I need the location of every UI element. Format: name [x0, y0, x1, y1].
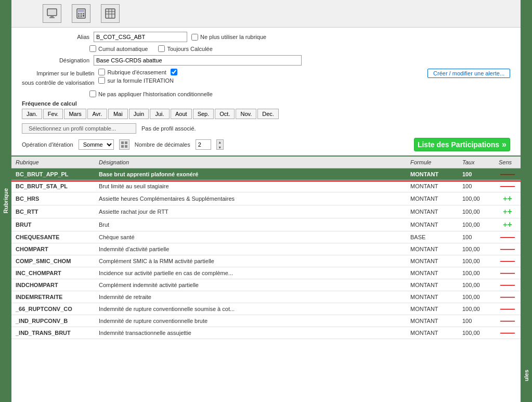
cell-4-0: BRUT	[11, 220, 95, 229]
ne-plus-utiliser-checkbox[interactable]	[191, 34, 198, 41]
monitor-icon-btn[interactable]	[43, 4, 61, 23]
cell-8-0: INC_CHOMPART	[11, 268, 95, 278]
table-row[interactable]: _IND_TRANS_BRUTIndemnité transactionnell…	[11, 327, 521, 339]
profil-row: Sélectionnez un profil comptable... Pas …	[22, 123, 510, 134]
cell-13-4: —	[495, 327, 521, 339]
cell-6-2: MONTANT	[406, 244, 458, 254]
operation-icon-btn[interactable]	[119, 139, 129, 150]
table-row[interactable]: BRUTBrutMONTANT100,00+	[11, 218, 521, 231]
cumul-auto-label[interactable]: Cumul automatique	[89, 45, 148, 52]
decimales-input[interactable]	[196, 139, 211, 150]
cumul-auto-checkbox[interactable]	[89, 45, 96, 52]
cell-9-1: Complément indemnité activité partielle	[95, 280, 406, 290]
cell-12-2: MONTANT	[406, 316, 458, 326]
cell-0-1: Base brut apprenti plafonné exonéré	[95, 170, 406, 179]
svg-rect-11	[78, 16, 80, 17]
month-btn-oct[interactable]: Oct.	[215, 109, 235, 119]
operation-select[interactable]: Somme	[79, 139, 114, 150]
cell-4-3: 100,00	[458, 220, 495, 229]
rubrique-ecrasement-label[interactable]: Rubrique d'écrasement	[98, 69, 177, 75]
cell-6-4: —	[495, 243, 521, 255]
table-row[interactable]: CHEQUESANTEChèque santéBASE100—	[11, 231, 521, 243]
cell-0-2: MONTANT	[406, 170, 458, 179]
month-btn-mai[interactable]: Mai	[108, 109, 128, 119]
table-row[interactable]: INDCHOMPARTComplément indemnité activité…	[11, 279, 521, 291]
svg-rect-13	[106, 9, 115, 18]
header-taux: Taux	[458, 158, 495, 166]
cell-2-2: MONTANT	[406, 194, 458, 203]
sur-formule-label[interactable]: sur la formule ITERATION	[98, 77, 177, 84]
month-btn-avr[interactable]: Avr.	[87, 109, 107, 119]
table-row[interactable]: INDEMRETRAITEIndemnité de retraiteMONTAN…	[11, 291, 521, 303]
cell-3-4: +	[495, 205, 521, 218]
header-sens: Sens	[495, 158, 521, 166]
table-row[interactable]: INC_CHOMPARTIncidence sur activité parti…	[11, 267, 521, 279]
alias-row: Alias Ne plus utiliser la rubrique	[22, 32, 510, 42]
imprimer-label: Imprimer sur le bulletin sous contrôle d…	[22, 69, 94, 87]
month-btn-aout[interactable]: Aout	[171, 109, 192, 119]
cell-11-2: MONTANT	[406, 304, 458, 314]
table-row[interactable]: CHOMPARTIndemnité d'activité partielleMO…	[11, 243, 521, 255]
table-row[interactable]: BC_RTTAssiette rachat jour de RTTMONTANT…	[11, 205, 521, 218]
month-btn-sep[interactable]: Sep.	[193, 109, 214, 119]
cell-10-0: INDEMRETRAITE	[11, 292, 95, 302]
participations-button[interactable]: Liste des Participations »	[414, 138, 510, 151]
month-btn-jan[interactable]: Jan.	[22, 109, 42, 119]
cell-10-1: Indemnité de retraite	[95, 292, 406, 302]
table-row[interactable]: BC_HRSAssiette heures Complémentaires & …	[11, 192, 521, 205]
alias-input[interactable]	[94, 32, 187, 42]
decimales-label: Nombre de décimales	[135, 141, 190, 148]
svg-rect-19	[125, 141, 127, 144]
sur-formule-checkbox[interactable]	[98, 77, 105, 84]
historisation-label[interactable]: Ne pas appliquer l'historisation conditi…	[89, 90, 213, 97]
table-icon-btn[interactable]	[101, 4, 120, 23]
cell-2-0: BC_HRS	[11, 194, 95, 203]
month-btn-dec[interactable]: Dec.	[257, 109, 279, 119]
header-désignation: Désignation	[95, 158, 406, 166]
svg-rect-9	[81, 15, 82, 16]
spinner-down[interactable]: ▼	[217, 145, 223, 150]
rubrique-ecrasement-checkbox[interactable]	[98, 69, 105, 75]
cell-3-1: Assiette rachat jour de RTT	[95, 207, 406, 216]
cell-13-3: 100,00	[458, 328, 495, 338]
cell-5-3: 100	[458, 232, 495, 242]
profil-text: Pas de profil associé.	[141, 125, 196, 132]
creer-alerte-button[interactable]: Créer / modifier une alerte...	[427, 69, 510, 78]
rubrique-ecrasement-check2[interactable]	[171, 69, 177, 75]
month-btn-mars[interactable]: Mars	[64, 109, 86, 119]
profil-button[interactable]: Sélectionnez un profil comptable...	[22, 123, 136, 134]
decimales-spinner[interactable]: ▲ ▼	[216, 139, 224, 150]
cell-6-1: Indemnité d'activité partielle	[95, 244, 406, 254]
toujours-calculee-label[interactable]: Toujours Calculée	[158, 45, 212, 52]
designation-input[interactable]	[94, 55, 302, 66]
designation-row: Désignation	[22, 55, 510, 66]
table-row[interactable]: BC_BRUT_APP_PLBase brut apprenti plafonn…	[11, 168, 521, 180]
sidebar-label-rubrique: Rubrique	[3, 188, 9, 213]
svg-rect-18	[121, 141, 124, 144]
designation-label: Désignation	[22, 57, 89, 63]
month-btn-fev[interactable]: Fev.	[43, 109, 63, 119]
month-btn-jui[interactable]: Jui.	[150, 109, 170, 119]
month-btn-nov[interactable]: Nov.	[236, 109, 256, 119]
table-row[interactable]: BC_BRUT_STA_PLBrut limité au seuil stagi…	[11, 180, 521, 192]
svg-rect-1	[50, 16, 54, 17]
table-row[interactable]: _IND_RUPCONV_BIndemnité de rupture conve…	[11, 315, 521, 327]
spinner-up[interactable]: ▲	[217, 140, 223, 145]
cell-5-2: BASE	[406, 232, 458, 242]
historisation-checkbox[interactable]	[89, 90, 96, 97]
svg-rect-20	[121, 145, 124, 148]
cell-0-4: —	[495, 168, 521, 180]
table-row[interactable]: COMP_SMIC_CHOMComplément SMIC à la RMM a…	[11, 255, 521, 267]
cell-4-4: +	[495, 218, 521, 231]
cell-0-3: 100	[458, 170, 495, 179]
calculator-icon-btn[interactable]	[72, 4, 90, 23]
ne-plus-utiliser-label[interactable]: Ne plus utiliser la rubrique	[191, 34, 266, 41]
cell-12-4: —	[495, 315, 521, 327]
form-section: Alias Ne plus utiliser la rubrique Cumul…	[11, 28, 521, 157]
cell-3-0: BC_RTT	[11, 207, 95, 216]
table-row[interactable]: _66_RUPTCONV_COIndemnité de rupture conv…	[11, 303, 521, 315]
cell-8-1: Incidence sur activité partielle en cas …	[95, 268, 406, 278]
cell-7-1: Complément SMIC à la RMM activité partie…	[95, 256, 406, 266]
month-btn-juin[interactable]: Juin	[129, 109, 149, 119]
toujours-calculee-checkbox[interactable]	[158, 45, 165, 52]
